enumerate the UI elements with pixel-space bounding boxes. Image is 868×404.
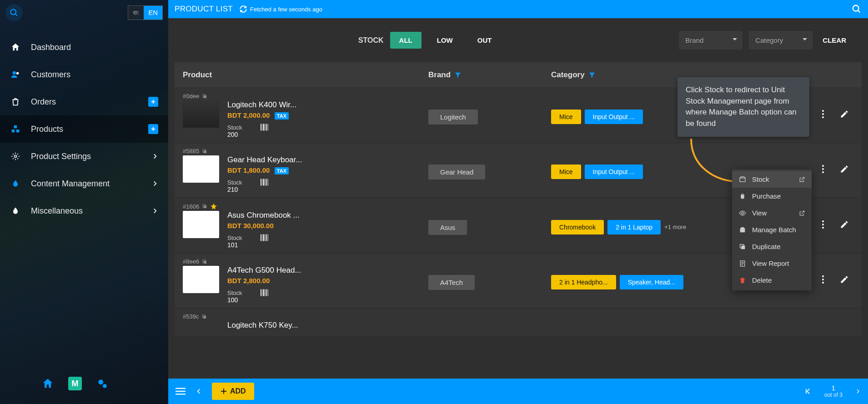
svg-rect-56 xyxy=(203,316,206,319)
product-name[interactable]: Logitech K400 Wir... xyxy=(227,100,314,110)
more-button[interactable] xyxy=(822,220,824,229)
menu-stock[interactable]: Stock xyxy=(732,171,812,188)
stock-filter-out[interactable]: OUT xyxy=(468,32,501,49)
language-toggle[interactable]: বাং EN xyxy=(128,5,163,20)
barcode-icon[interactable] xyxy=(261,178,270,186)
barcode-icon[interactable] xyxy=(261,234,270,242)
copy-icon[interactable] xyxy=(202,149,207,154)
edit-button[interactable] xyxy=(840,165,849,174)
topbar-search[interactable] xyxy=(852,4,862,14)
product-name[interactable]: Asus Chromebook ... xyxy=(227,211,314,220)
menu-duplicate[interactable]: Duplicate xyxy=(732,238,812,255)
more-button[interactable] xyxy=(822,275,824,284)
category-chip[interactable]: Chromebook xyxy=(551,220,604,234)
product-thumbnail[interactable] xyxy=(183,100,219,128)
brand-select[interactable]: Brand xyxy=(679,31,743,50)
edit-button[interactable] xyxy=(840,110,849,119)
table-row: #539c Logitech K750 Key... xyxy=(175,308,862,336)
copy-icon[interactable] xyxy=(202,204,207,209)
brand-chip[interactable]: Gear Head xyxy=(428,165,485,180)
menu-toggle[interactable] xyxy=(176,387,186,395)
more-button[interactable] xyxy=(822,165,824,174)
product-thumbnail[interactable] xyxy=(183,211,219,238)
svg-rect-14 xyxy=(261,124,261,131)
star-icon[interactable] xyxy=(210,203,217,210)
nav-content-management[interactable]: Content Management xyxy=(0,170,168,197)
lang-option-bn[interactable]: বাং xyxy=(128,6,144,20)
product-name[interactable]: Logitech K750 Key... xyxy=(227,321,314,330)
barcode-icon[interactable] xyxy=(261,289,270,297)
menu-view-report[interactable]: View Report xyxy=(732,255,812,272)
header-category[interactable]: Category xyxy=(551,70,674,80)
svg-rect-47 xyxy=(261,289,261,296)
category-chip[interactable]: Input Output ... xyxy=(585,165,643,179)
menu-purchase[interactable]: Purchase xyxy=(732,188,812,204)
menu-view[interactable]: View xyxy=(732,204,812,221)
filter-icon xyxy=(588,71,596,79)
svg-point-55 xyxy=(822,282,824,284)
category-select[interactable]: Category xyxy=(749,31,813,50)
clear-filters[interactable]: CLEAR xyxy=(819,36,850,44)
header-brand[interactable]: Brand xyxy=(428,70,551,80)
stock-label: Stock xyxy=(227,124,242,131)
back-button[interactable] xyxy=(196,387,202,396)
add-button[interactable]: ADD xyxy=(212,383,254,400)
edit-button[interactable] xyxy=(840,220,849,229)
add-product-badge[interactable]: + xyxy=(148,124,158,134)
svg-rect-12 xyxy=(204,95,206,98)
ms-shortcut[interactable]: M xyxy=(68,377,82,390)
svg-rect-38 xyxy=(263,234,264,241)
category-chip[interactable]: Mice xyxy=(551,110,581,124)
nav-label: Products xyxy=(31,125,63,134)
nav-orders[interactable]: Orders + xyxy=(0,88,168,115)
sidebar-search-button[interactable] xyxy=(5,4,23,21)
barcode-icon[interactable] xyxy=(261,123,270,131)
category-chip[interactable]: Speaker, Head... xyxy=(620,275,683,289)
svg-rect-30 xyxy=(267,179,268,186)
category-chip[interactable]: Input Output ... xyxy=(585,110,643,124)
nav-customers[interactable]: Customers xyxy=(0,61,168,88)
lang-option-en[interactable]: EN xyxy=(144,6,162,20)
svg-point-42 xyxy=(822,220,824,222)
header-product: Product xyxy=(183,70,428,80)
stock-value: 210 xyxy=(227,186,242,193)
copy-icon[interactable] xyxy=(201,314,207,319)
external-link-icon xyxy=(799,210,805,216)
nav-product-settings[interactable]: Product Settings xyxy=(0,143,168,170)
filterbar: STOCK ALL LOW OUT Brand Category CLEAR xyxy=(168,18,868,62)
nav-products[interactable]: Products + xyxy=(0,115,168,143)
product-name[interactable]: A4Tech G500 Head... xyxy=(227,266,314,275)
stock-filter-all[interactable]: ALL xyxy=(390,32,421,49)
refresh-status[interactable]: Fetched a few seconds ago xyxy=(239,5,322,13)
product-price: BDT 2,000.00 xyxy=(227,111,270,119)
menu-manage-batch[interactable]: Manage Batch xyxy=(732,221,812,238)
svg-point-65 xyxy=(742,212,743,214)
copy-icon[interactable] xyxy=(202,259,207,264)
help-callout: Click Stock to redirect to Unit Stock Ma… xyxy=(677,77,809,137)
filter-icon xyxy=(454,71,462,79)
brand-chip[interactable]: A4Tech xyxy=(428,275,475,290)
brand-chip[interactable]: Asus xyxy=(428,220,467,235)
stock-filter-low[interactable]: LOW xyxy=(428,32,462,49)
home-shortcut[interactable] xyxy=(41,377,55,390)
product-name[interactable]: Gear Head Keyboar... xyxy=(227,155,314,165)
brand-chip[interactable]: Logitech xyxy=(428,110,478,125)
more-categories[interactable]: +1 more xyxy=(664,224,686,230)
product-id: #8ee6 xyxy=(183,258,199,265)
add-order-badge[interactable]: + xyxy=(148,97,158,107)
nav-dashboard[interactable]: Dashboard xyxy=(0,34,168,61)
page-first[interactable] xyxy=(804,388,812,395)
menu-delete[interactable]: Delete xyxy=(732,272,812,289)
edit-button[interactable] xyxy=(840,275,849,284)
copy-icon[interactable] xyxy=(202,94,207,99)
category-chip[interactable]: 2 in 1 Headpho... xyxy=(551,275,616,289)
nav-misc[interactable]: Miscellaneous xyxy=(0,197,168,224)
settings-shortcut[interactable] xyxy=(95,377,109,390)
category-chip[interactable]: 2 in 1 Laptop xyxy=(607,220,661,234)
page-next[interactable] xyxy=(855,388,861,395)
product-thumbnail[interactable] xyxy=(183,266,219,293)
more-button[interactable] xyxy=(822,110,824,119)
category-chip[interactable]: Mice xyxy=(551,165,581,179)
product-thumbnail[interactable] xyxy=(183,155,219,183)
svg-rect-41 xyxy=(267,234,268,241)
